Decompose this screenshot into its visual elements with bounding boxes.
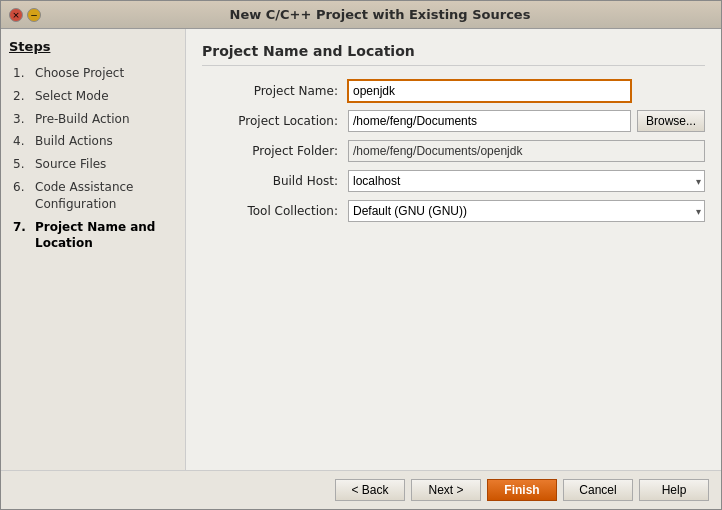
main-panel: Project Name and Location Project Name: … bbox=[186, 29, 721, 470]
tool-collection-label: Tool Collection: bbox=[202, 204, 342, 218]
step-1: 1. Choose Project bbox=[9, 62, 177, 85]
step-1-num: 1. bbox=[13, 65, 31, 82]
back-button[interactable]: < Back bbox=[335, 479, 405, 501]
close-icon: × bbox=[12, 10, 20, 20]
step-4-label: Build Actions bbox=[35, 133, 113, 150]
window-title: New C/C++ Project with Existing Sources bbox=[47, 7, 713, 22]
footer: < Back Next > Finish Cancel Help bbox=[1, 470, 721, 509]
step-2-label: Select Mode bbox=[35, 88, 109, 105]
build-host-wrapper: localhost ▾ bbox=[348, 170, 705, 192]
step-4-num: 4. bbox=[13, 133, 31, 150]
step-6-num: 6. bbox=[13, 179, 31, 196]
step-5-label: Source Files bbox=[35, 156, 106, 173]
minimize-button[interactable]: − bbox=[27, 8, 41, 22]
form-grid: Project Name: Project Location: Browse..… bbox=[202, 80, 705, 222]
steps-heading: Steps bbox=[9, 39, 177, 54]
step-2: 2. Select Mode bbox=[9, 85, 177, 108]
minimize-icon: − bbox=[30, 10, 38, 20]
project-folder-input bbox=[348, 140, 705, 162]
step-6: 6. Code Assistance Configuration bbox=[9, 176, 177, 216]
step-6-label: Code Assistance Configuration bbox=[35, 179, 173, 213]
step-4: 4. Build Actions bbox=[9, 130, 177, 153]
step-7-label: Project Name andLocation bbox=[35, 219, 155, 253]
build-host-label: Build Host: bbox=[202, 174, 342, 188]
project-folder-label: Project Folder: bbox=[202, 144, 342, 158]
step-3-num: 3. bbox=[13, 111, 31, 128]
step-3-label: Pre-Build Action bbox=[35, 111, 130, 128]
step-1-label: Choose Project bbox=[35, 65, 124, 82]
help-button[interactable]: Help bbox=[639, 479, 709, 501]
cancel-button[interactable]: Cancel bbox=[563, 479, 633, 501]
tool-collection-select[interactable]: Default (GNU (GNU)) bbox=[348, 200, 705, 222]
tool-collection-wrapper: Default (GNU (GNU)) ▾ bbox=[348, 200, 705, 222]
browse-button[interactable]: Browse... bbox=[637, 110, 705, 132]
main-window: × − New C/C++ Project with Existing Sour… bbox=[0, 0, 722, 510]
steps-list: 1. Choose Project 2. Select Mode 3. Pre-… bbox=[9, 62, 177, 255]
finish-button[interactable]: Finish bbox=[487, 479, 557, 501]
step-7: 7. Project Name andLocation bbox=[9, 216, 177, 256]
project-location-input[interactable] bbox=[348, 110, 631, 132]
close-button[interactable]: × bbox=[9, 8, 23, 22]
step-5: 5. Source Files bbox=[9, 153, 177, 176]
project-location-label: Project Location: bbox=[202, 114, 342, 128]
panel-title: Project Name and Location bbox=[202, 43, 705, 66]
step-2-num: 2. bbox=[13, 88, 31, 105]
project-name-label: Project Name: bbox=[202, 84, 342, 98]
titlebar: × − New C/C++ Project with Existing Sour… bbox=[1, 1, 721, 29]
step-3: 3. Pre-Build Action bbox=[9, 108, 177, 131]
project-name-input[interactable] bbox=[348, 80, 631, 102]
window-controls: × − bbox=[9, 8, 41, 22]
step-5-num: 5. bbox=[13, 156, 31, 173]
content-area: Steps 1. Choose Project 2. Select Mode 3… bbox=[1, 29, 721, 470]
steps-sidebar: Steps 1. Choose Project 2. Select Mode 3… bbox=[1, 29, 186, 470]
next-button[interactable]: Next > bbox=[411, 479, 481, 501]
build-host-select[interactable]: localhost bbox=[348, 170, 705, 192]
step-7-num: 7. bbox=[13, 219, 31, 236]
